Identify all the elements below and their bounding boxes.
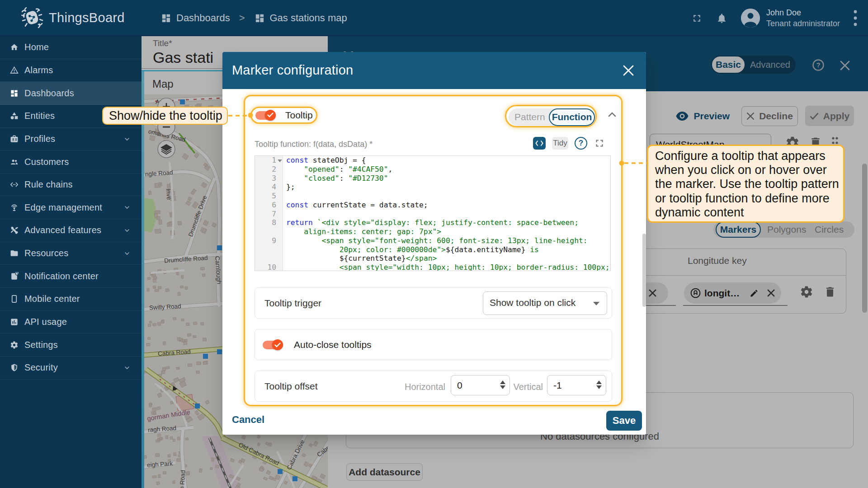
- sidebar-item-api-usage[interactable]: API usage: [0, 311, 142, 334]
- kebab-menu-icon[interactable]: [854, 9, 857, 27]
- code-line: 9 <span style="font-weight: 600; font-si…: [255, 236, 610, 245]
- autoclose-label: Auto-close tooltips: [294, 339, 372, 350]
- sidebar-item-resources[interactable]: Resources: [0, 242, 142, 265]
- app-name: ThingsBoard: [49, 10, 125, 25]
- cancel-button[interactable]: Cancel: [232, 414, 264, 426]
- pattern-function-highlight: Pattern Function: [505, 105, 597, 127]
- thingsboard-logo-icon: [19, 5, 45, 31]
- save-button[interactable]: Save: [606, 411, 642, 431]
- entities-icon: [10, 112, 19, 120]
- code-line: 7: [255, 210, 610, 219]
- sidebar-item-notification-center[interactable]: Notification center: [0, 265, 142, 288]
- tooltip-toggle-label: Tooltip: [285, 110, 313, 121]
- avatar: [741, 9, 760, 28]
- autoclose-toggle[interactable]: [263, 341, 283, 349]
- breadcrumb-dashboards[interactable]: Dashboards: [160, 12, 230, 24]
- tooltip-callout-left: Show/hide the tooltip: [102, 107, 228, 125]
- code-line: 6const currentState = data.state;: [255, 201, 610, 210]
- resources-icon: [10, 249, 19, 258]
- tooltip-toggle-highlight: Tooltip: [250, 107, 317, 124]
- user-menu[interactable]: John Doe Tenant administrator: [741, 8, 840, 28]
- horizontal-label: Horizontal: [363, 382, 445, 392]
- sidebar-item-mobile-center[interactable]: Mobile center: [0, 288, 142, 311]
- check-icon: [274, 343, 281, 347]
- dropdown-caret-icon: [593, 302, 599, 305]
- code-brackets-icon: [535, 140, 543, 146]
- tooltip-toggle[interactable]: [255, 111, 276, 120]
- sidebar: Home Alarms Dashboards Entities Profiles…: [0, 36, 142, 488]
- editor-help-icon[interactable]: ?: [575, 137, 587, 150]
- tidy-button[interactable]: Tidy: [552, 137, 568, 150]
- profiles-icon: [10, 135, 19, 143]
- vertical-offset-input[interactable]: -1: [547, 375, 606, 395]
- sidebar-item-profiles[interactable]: Profiles: [0, 128, 142, 151]
- api-usage-icon: [10, 318, 19, 326]
- sidebar-item-dashboards[interactable]: Dashboards: [0, 82, 142, 105]
- dialog-header: Marker configuration: [222, 52, 646, 89]
- code-line: 4};: [255, 183, 610, 192]
- dialog-scrollbar[interactable]: [642, 234, 646, 307]
- settings-icon: [10, 341, 19, 349]
- top-toolbar: ThingsBoard Dashboards > Gas stations ma…: [0, 0, 868, 36]
- advanced-features-icon: [10, 226, 19, 235]
- tooltip-trigger-select[interactable]: Show tooltip on click: [483, 291, 607, 315]
- tooltip-function-editor[interactable]: 1const stateObj = {2 "opened": "#4CAF50"…: [255, 155, 611, 271]
- tooltip-offset-label: Tooltip offset: [264, 381, 318, 392]
- home-icon: [10, 43, 19, 52]
- expand-chevron-icon: [123, 364, 131, 371]
- code-editor-icon[interactable]: [533, 137, 546, 150]
- pattern-option[interactable]: Pattern: [514, 108, 545, 126]
- expand-chevron-icon: [123, 227, 131, 234]
- expand-chevron-icon: [123, 250, 131, 257]
- warning-icon: [10, 66, 19, 75]
- code-line: 10 <span style="width: 10px; height: 10p…: [255, 263, 610, 271]
- collapse-chevron-icon[interactable]: [608, 112, 616, 117]
- mobile-center-icon: [10, 295, 19, 303]
- vertical-label: Vertical: [481, 382, 543, 392]
- vertical-stepper[interactable]: [596, 380, 602, 389]
- marker-configuration-dialog: Marker configuration Tooltip Pattern Fun…: [222, 52, 646, 435]
- breadcrumb-current[interactable]: Gas stations map: [254, 12, 347, 24]
- expand-chevron-icon: [123, 136, 131, 143]
- thingsboard-logo[interactable]: ThingsBoard: [19, 5, 125, 31]
- sidebar-item-security[interactable]: Security: [0, 357, 142, 380]
- user-role: Tenant administrator: [766, 19, 840, 28]
- code-line: 8return `<div style="display: flex; just…: [255, 218, 610, 227]
- code-line: ${currentState}</span>: [255, 254, 610, 263]
- sidebar-item-edge-management[interactable]: Edge management: [0, 196, 142, 219]
- security-icon: [10, 363, 19, 372]
- tooltip-offset-row: Tooltip offset Horizontal 0 Vertical -1: [255, 371, 612, 402]
- sidebar-item-rule-chains[interactable]: Rule chains: [0, 174, 142, 197]
- sidebar-item-home[interactable]: Home: [0, 36, 142, 59]
- code-line: 2 "opened": "#4CAF50",: [255, 165, 610, 174]
- fullscreen-icon[interactable]: [691, 13, 703, 24]
- dashboards-icon: [160, 13, 172, 24]
- notifications-bell-icon[interactable]: [716, 13, 727, 24]
- sidebar-item-customers[interactable]: Customers: [0, 150, 142, 174]
- breadcrumb-separator: >: [239, 12, 245, 24]
- editor-fullscreen-icon[interactable]: [594, 137, 605, 149]
- dashboards-icon: [10, 89, 19, 98]
- screen: ThingsBoard Dashboards > Gas stations ma…: [0, 0, 868, 488]
- user-name: John Doe: [766, 8, 840, 18]
- expand-chevron-icon: [123, 204, 131, 211]
- code-line: 5: [255, 192, 610, 201]
- notification-center-icon: [10, 272, 19, 281]
- code-line: 20px; color: #000000de">${data.entityNam…: [255, 245, 610, 254]
- customers-icon: [10, 158, 19, 166]
- dialog-close-icon[interactable]: [623, 65, 634, 76]
- code-line: align-items: center; gap: 7px">: [255, 227, 610, 236]
- sidebar-item-advanced-features[interactable]: Advanced features: [0, 219, 142, 242]
- check-icon: [267, 113, 274, 117]
- tooltip-trigger-row: Tooltip trigger Show tooltip on click: [255, 287, 612, 319]
- sidebar-item-settings[interactable]: Settings: [0, 333, 142, 357]
- code-line: 3 "closed": "#D12730": [255, 174, 610, 183]
- sidebar-item-alarms[interactable]: Alarms: [0, 59, 142, 82]
- tooltip-function-label: Tooltip function: f(data, dsData) *: [255, 140, 373, 149]
- edge-management-icon: [10, 203, 19, 212]
- tooltip-callout-right: Configure a tooltip that appears when yo…: [647, 145, 844, 223]
- dialog-title: Marker configuration: [232, 63, 353, 78]
- dashboard-icon: [254, 13, 265, 24]
- function-option[interactable]: Function: [549, 108, 595, 126]
- autoclose-row: Auto-close tooltips: [255, 329, 612, 360]
